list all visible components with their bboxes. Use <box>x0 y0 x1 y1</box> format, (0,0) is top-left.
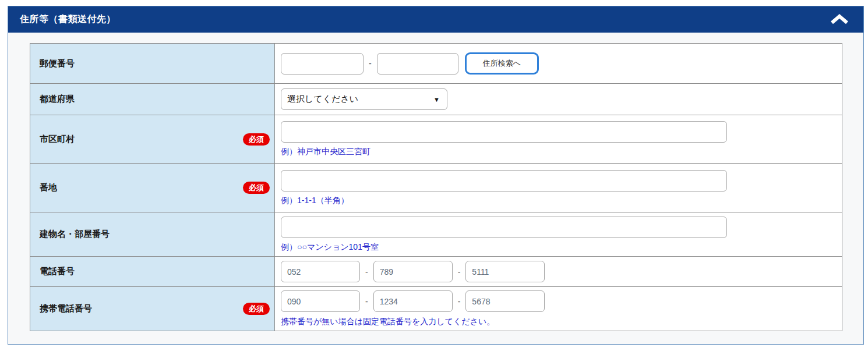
city-required-badge: 必須 <box>243 133 270 146</box>
postal-dash: - <box>369 59 372 68</box>
building-input[interactable] <box>281 217 727 238</box>
building-hint: 例）○○マンション101号室 <box>281 242 836 253</box>
prefecture-label: 都道府県 <box>40 94 270 105</box>
building-label: 建物名・部屋番号 <box>40 229 270 240</box>
banchi-label-cell: 番地 必須 <box>30 164 275 212</box>
row-phone: 電話番号 - - <box>30 257 842 287</box>
postal-code-value-cell: - 住所検索へ <box>275 44 842 83</box>
phone-value-cell: - - <box>275 257 842 286</box>
postal-code-input-1[interactable] <box>281 53 364 75</box>
phone-dash-2: - <box>458 267 461 276</box>
phone-input-3[interactable] <box>465 261 545 282</box>
mobile-dash-2: - <box>458 297 461 306</box>
row-mobile-phone: 携帯電話番号 必須 - - 携帯番号が無い場合は固定電話番号を入力してください。 <box>30 287 842 331</box>
chevron-up-icon <box>830 14 849 26</box>
section-title: 住所等（書類送付先） <box>20 13 116 26</box>
city-label-cell: 市区町村 必須 <box>30 115 275 163</box>
city-hint: 例）神戸市中央区三宮町 <box>281 147 836 157</box>
mobile-input-2[interactable] <box>373 290 453 312</box>
collapse-button[interactable] <box>830 13 849 27</box>
row-prefecture: 都道府県 選択してください ▼ <box>30 84 842 115</box>
mobile-dash-1: - <box>365 297 368 306</box>
row-banchi: 番地 必須 例）1-1-1（半角） <box>30 164 842 212</box>
phone-input-2[interactable] <box>373 261 453 282</box>
postal-code-label: 郵便番号 <box>40 58 270 69</box>
banchi-value-cell: 例）1-1-1（半角） <box>275 164 842 212</box>
dropdown-arrow-icon: ▼ <box>433 96 440 103</box>
phone-label: 電話番号 <box>40 266 270 277</box>
address-section-panel: 住所等（書類送付先） 郵便番号 - 住所検索へ <box>8 6 864 345</box>
row-city: 市区町村 必須 例）神戸市中央区三宮町 <box>30 115 842 164</box>
phone-input-1[interactable] <box>281 261 360 282</box>
banchi-input[interactable] <box>281 170 727 192</box>
section-header: 住所等（書類送付先） <box>8 6 863 33</box>
city-input[interactable] <box>281 121 727 143</box>
address-search-button[interactable]: 住所検索へ <box>465 52 539 75</box>
city-label: 市区町村 <box>40 134 243 145</box>
postal-code-input-2[interactable] <box>377 53 458 75</box>
banchi-required-badge: 必須 <box>243 182 270 194</box>
mobile-input-3[interactable] <box>465 290 545 312</box>
postal-code-label-cell: 郵便番号 <box>30 44 275 83</box>
prefecture-label-cell: 都道府県 <box>30 84 275 115</box>
banchi-hint: 例）1-1-1（半角） <box>281 196 836 206</box>
row-building: 建物名・部屋番号 例）○○マンション101号室 <box>30 212 842 257</box>
banchi-label: 番地 <box>40 182 243 193</box>
row-postal-code: 郵便番号 - 住所検索へ <box>30 44 842 84</box>
phone-label-cell: 電話番号 <box>30 257 275 286</box>
prefecture-selected-value: 選択してください <box>287 94 358 105</box>
address-form-table: 郵便番号 - 住所検索へ 都道府県 選択してください ▼ <box>30 43 842 331</box>
mobile-input-1[interactable] <box>281 290 360 312</box>
mobile-label: 携帯電話番号 <box>40 303 243 314</box>
city-value-cell: 例）神戸市中央区三宮町 <box>275 115 842 163</box>
mobile-required-badge: 必須 <box>243 303 270 315</box>
prefecture-select[interactable]: 選択してください ▼ <box>281 88 447 110</box>
prefecture-value-cell: 選択してください ▼ <box>275 84 842 115</box>
phone-dash-1: - <box>365 267 368 276</box>
building-label-cell: 建物名・部屋番号 <box>30 212 275 256</box>
building-value-cell: 例）○○マンション101号室 <box>275 212 842 256</box>
mobile-note: 携帯番号が無い場合は固定電話番号を入力してください。 <box>281 317 836 327</box>
mobile-label-cell: 携帯電話番号 必須 <box>30 287 275 331</box>
mobile-value-cell: - - 携帯番号が無い場合は固定電話番号を入力してください。 <box>275 287 842 331</box>
